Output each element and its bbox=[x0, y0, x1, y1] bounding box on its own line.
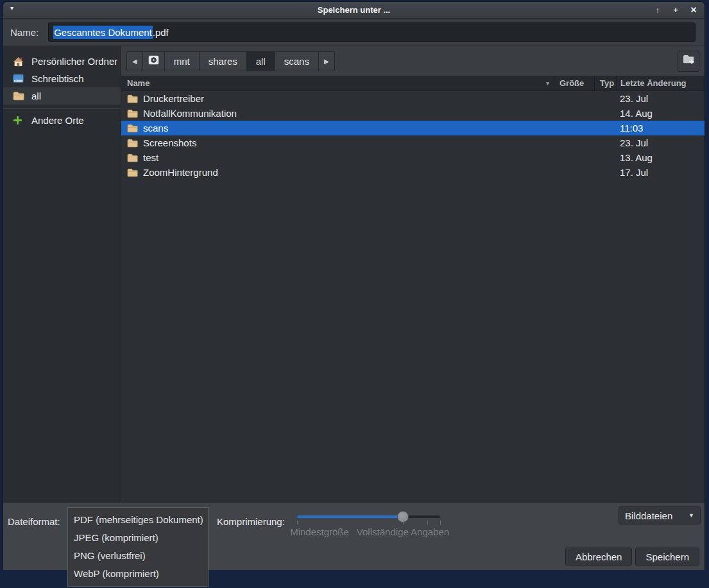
filename-extension: .pdf bbox=[153, 27, 169, 38]
file-row-screenshots[interactable]: Screenshots 23. Jul bbox=[121, 135, 705, 150]
path-segment-all[interactable]: all bbox=[247, 51, 275, 71]
sidebar-item-other-locations[interactable]: Andere Orte bbox=[3, 112, 121, 129]
compression-slider-fill bbox=[297, 515, 403, 518]
path-root-drive-button[interactable] bbox=[143, 51, 165, 71]
menu-item-pdf[interactable]: PDF (mehrseitiges Dokument) bbox=[68, 511, 208, 529]
file-list: Druckertreiber 23. Jul NotfallKommunikat… bbox=[121, 91, 705, 502]
file-modified: 23. Jul bbox=[616, 93, 705, 104]
window-menu-icon[interactable]: ▾ bbox=[10, 4, 13, 12]
file-modified: 23. Jul bbox=[616, 137, 705, 148]
path-bar: ◀ mnt shares all sca bbox=[121, 46, 705, 76]
desktop-icon bbox=[13, 74, 24, 84]
save-button[interactable]: Speichern bbox=[635, 548, 699, 566]
column-header-name[interactable]: Name ▾ bbox=[121, 78, 554, 88]
folder-icon bbox=[127, 109, 138, 118]
plus-icon bbox=[13, 116, 24, 126]
forward-arrow-icon: ▶ bbox=[324, 58, 329, 65]
sidebar-separator bbox=[3, 108, 121, 108]
file-filter-dropdown[interactable]: Bilddateien ▼ bbox=[619, 506, 701, 524]
path-segment-shares[interactable]: shares bbox=[200, 51, 247, 71]
file-format-menu: PDF (mehrseitiges Dokument) JPEG (kompri… bbox=[67, 507, 209, 587]
slider-tick bbox=[440, 521, 441, 524]
save-dialog-window: ▾ Speichern unter ... ↑ + ✕ Name: Gescan… bbox=[3, 1, 705, 570]
menu-item-webp[interactable]: WebP (komprimiert) bbox=[68, 565, 208, 583]
path-forward-button[interactable]: ▶ bbox=[319, 51, 335, 71]
slider-max-label: Vollständige Angaben bbox=[357, 526, 449, 537]
file-name: Druckertreiber bbox=[138, 93, 554, 104]
slider-tick bbox=[297, 521, 298, 524]
column-header-size[interactable]: Größe bbox=[554, 76, 594, 91]
back-arrow-icon: ◀ bbox=[132, 58, 137, 65]
menu-item-jpeg[interactable]: JPEG (komprimiert) bbox=[68, 529, 208, 547]
file-row-zoomhintergrund[interactable]: ZoomHintergrund 17. Jul bbox=[121, 165, 705, 180]
column-name-label: Name bbox=[127, 78, 149, 88]
slider-tick bbox=[427, 521, 428, 524]
file-modified: 14. Aug bbox=[616, 108, 705, 119]
sidebar-item-label: Andere Orte bbox=[31, 115, 84, 126]
sidebar-item-label: all bbox=[31, 91, 41, 101]
places-sidebar: Persönlicher Ordner Schreibtisch bbox=[3, 46, 121, 502]
slider-tick bbox=[403, 521, 404, 524]
menu-item-png[interactable]: PNG (verlustfrei) bbox=[68, 547, 208, 565]
path-back-button[interactable]: ◀ bbox=[126, 51, 143, 71]
list-header: Name ▾ Größe Typ Letzte Änderung bbox=[121, 76, 705, 91]
path-segment-mnt[interactable]: mnt bbox=[165, 51, 200, 71]
folder-icon bbox=[127, 94, 138, 103]
sidebar-item-all[interactable]: all bbox=[3, 87, 121, 105]
path-segment-scans[interactable]: scans bbox=[275, 51, 319, 71]
sort-descending-icon: ▾ bbox=[546, 80, 549, 87]
folder-icon bbox=[127, 168, 138, 177]
file-row-scans[interactable]: scans 11:03 bbox=[121, 121, 705, 135]
file-modified: 13. Aug bbox=[616, 152, 705, 163]
desktop: { "colors": { "selection_blue": "#1d65c1… bbox=[0, 0, 709, 588]
file-filter-value: Bilddateien bbox=[625, 510, 672, 521]
file-pane: ◀ mnt shares all sca bbox=[121, 46, 705, 502]
name-label: Name: bbox=[10, 27, 38, 38]
file-modified: 17. Jul bbox=[616, 167, 705, 178]
column-header-modified[interactable]: Letzte Änderung bbox=[616, 76, 705, 91]
file-row-druckertreiber[interactable]: Druckertreiber 23. Jul bbox=[121, 91, 705, 106]
file-name: scans bbox=[138, 123, 554, 134]
folder-icon bbox=[13, 91, 24, 101]
file-name: NotfallKommunikation bbox=[138, 108, 554, 119]
slider-min-label: Mindestgröße bbox=[290, 526, 349, 537]
window-maximize-icon[interactable]: + bbox=[671, 5, 680, 15]
name-row: Name: Gescanntes Dokument.pdf bbox=[3, 19, 705, 46]
file-row-test[interactable]: test 13. Aug bbox=[121, 150, 705, 165]
sidebar-item-home[interactable]: Persönlicher Ordner bbox=[3, 53, 121, 70]
file-row-notfallkommunikation[interactable]: NotfallKommunikation 14. Aug bbox=[121, 106, 705, 121]
titlebar: ▾ Speichern unter ... ↑ + ✕ bbox=[3, 2, 705, 19]
new-folder-button[interactable] bbox=[678, 51, 699, 72]
home-icon bbox=[13, 56, 24, 67]
filename-selected-text: Gescanntes Dokument bbox=[53, 26, 153, 39]
folder-icon bbox=[127, 153, 138, 162]
file-name: Screenshots bbox=[138, 137, 554, 148]
compression-label: Komprimierung: bbox=[217, 516, 285, 527]
folder-icon bbox=[127, 139, 138, 148]
new-folder-icon bbox=[683, 55, 695, 67]
sidebar-item-desktop[interactable]: Schreibtisch bbox=[3, 70, 121, 87]
dropdown-arrow-icon: ▼ bbox=[688, 512, 694, 519]
window-title: Speichern unter ... bbox=[318, 5, 390, 15]
cancel-button[interactable]: Abbrechen bbox=[565, 548, 633, 566]
file-format-label: Dateiformat: bbox=[8, 516, 60, 527]
compression-slider[interactable]: Mindestgröße Vollständige Angaben bbox=[297, 510, 440, 539]
window-close-icon[interactable]: ✕ bbox=[689, 5, 698, 15]
window-up-icon[interactable]: ↑ bbox=[653, 5, 662, 15]
file-name: ZoomHintergrund bbox=[138, 167, 554, 178]
sidebar-item-label: Schreibtisch bbox=[31, 73, 84, 84]
file-name: test bbox=[138, 152, 554, 163]
file-modified: 11:03 bbox=[616, 123, 705, 134]
filename-input[interactable]: Gescanntes Dokument.pdf bbox=[48, 22, 696, 42]
drive-icon bbox=[148, 55, 159, 67]
folder-icon bbox=[127, 124, 138, 133]
sidebar-item-label: Persönlicher Ordner bbox=[31, 56, 117, 67]
column-header-type[interactable]: Typ bbox=[594, 76, 616, 91]
